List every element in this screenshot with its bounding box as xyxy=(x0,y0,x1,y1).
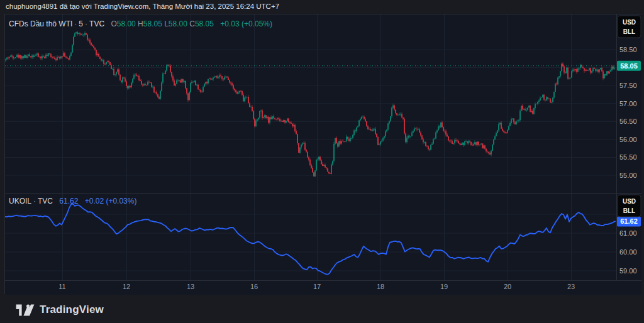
wti-interval[interactable]: 5 xyxy=(79,19,83,28)
ohlc-open-value: 58.00 xyxy=(117,19,136,28)
svg-text:13: 13 xyxy=(187,283,194,290)
svg-text:11: 11 xyxy=(58,283,65,290)
ukoil-legend[interactable]: UKOIL·TVC 61.62 +0.02 (+0.03%) xyxy=(9,197,136,205)
ukoil-last-price-badge: 61.62 xyxy=(617,216,641,226)
svg-text:23: 23 xyxy=(567,283,575,290)
svg-text:56.00: 56.00 xyxy=(619,136,637,143)
tradingview-wordmark[interactable]: TradingView xyxy=(40,304,104,316)
chart-canvas[interactable]: 58.5057.5057.0056.5056.0055.5055.0061.00… xyxy=(5,14,641,295)
ukoil-symbol-title[interactable]: UKOIL xyxy=(9,197,31,205)
attribution-text: chuphuong4891 đã tạo với TradingView.com… xyxy=(6,3,279,10)
svg-text:58.50: 58.50 xyxy=(619,46,637,53)
ohlc-high-value: 58.05 xyxy=(143,19,162,28)
ohlc-open-label: O xyxy=(111,19,116,28)
svg-text:57.00: 57.00 xyxy=(619,100,637,107)
svg-text:56.50: 56.50 xyxy=(619,118,637,125)
svg-text:19: 19 xyxy=(440,283,448,290)
legend-separator: · xyxy=(85,19,87,28)
ohlc-high-label: H xyxy=(138,19,143,28)
ukoil-currency-unit-toggle[interactable]: USDBLL xyxy=(618,195,641,217)
svg-text:BLL: BLL xyxy=(623,207,635,214)
svg-text:61.62: 61.62 xyxy=(620,217,638,225)
footer: TradingView xyxy=(16,302,104,317)
ukoil-value: 61.62 xyxy=(59,197,78,205)
svg-text:16: 16 xyxy=(250,283,258,290)
ohlc-low-label: L xyxy=(164,19,169,28)
wti-exchange: TVC xyxy=(89,19,104,28)
svg-text:59.00: 59.00 xyxy=(619,267,637,275)
ohlc-close-value: 58.05 xyxy=(195,19,214,28)
svg-text:USD: USD xyxy=(623,198,636,205)
svg-text:58.05: 58.05 xyxy=(620,62,638,70)
ohlc-close-label: C xyxy=(189,19,195,28)
svg-text:17: 17 xyxy=(313,283,321,290)
tradingview-logo-icon[interactable] xyxy=(16,304,35,316)
wti-change: +0.03 (+0.05%) xyxy=(220,19,272,28)
ukoil-change: +0.02 (+0.03%) xyxy=(85,197,137,205)
page: { "page": { "attribution": "chuphuong489… xyxy=(0,0,644,323)
wti-currency-unit-toggle[interactable]: USDBLL xyxy=(618,16,641,38)
wti-symbol-title[interactable]: CFDs Dầu thô WTI xyxy=(9,19,72,28)
svg-text:BLL: BLL xyxy=(623,28,635,35)
chart-background xyxy=(5,14,641,295)
svg-text:55.50: 55.50 xyxy=(619,153,637,161)
svg-text:57.50: 57.50 xyxy=(619,82,637,89)
ohlc-low-value: 58.00 xyxy=(169,19,187,28)
svg-text:60.00: 60.00 xyxy=(619,248,637,256)
svg-text:55.00: 55.00 xyxy=(619,172,637,179)
legend-separator: · xyxy=(74,19,77,28)
svg-text:20: 20 xyxy=(504,283,511,290)
chart-widget[interactable]: 58.5057.5057.0056.5056.0055.5055.0061.00… xyxy=(4,14,641,294)
svg-text:18: 18 xyxy=(377,283,384,290)
wti-last-price-badge: 58.05 xyxy=(617,61,641,71)
legend-separator: · xyxy=(33,197,36,205)
svg-text:61.00: 61.00 xyxy=(619,229,637,237)
ukoil-exchange: TVC xyxy=(38,197,53,205)
svg-text:USD: USD xyxy=(623,19,636,26)
wti-legend[interactable]: CFDs Dầu thô WTI·5·TVC O58.00 H58.05 L58… xyxy=(9,19,272,28)
svg-text:12: 12 xyxy=(123,283,130,290)
